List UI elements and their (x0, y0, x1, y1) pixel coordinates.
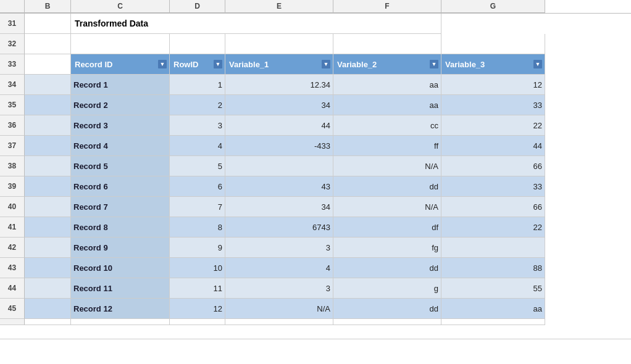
cell-45-var1: N/A (225, 299, 333, 319)
cell-39-var3: 33 (441, 176, 545, 197)
cell-43-var2: dd (333, 258, 441, 278)
cell-39-rowid: 6 (170, 176, 225, 197)
cell-41-var3: 22 (441, 217, 545, 238)
cell-43-record-id: Record 10 (71, 258, 170, 278)
row-num-40: 40 (0, 197, 25, 217)
cell-37-rowid: 4 (170, 136, 225, 156)
cell-32-g (441, 34, 545, 54)
row-38: 38 Record 5 5 N/A 66 (0, 156, 631, 176)
cell-36-var1: 44 (225, 115, 333, 136)
column-header-row: B C D E F G (0, 0, 631, 14)
cell-37-var3: 44 (441, 136, 545, 156)
row-num-31: 31 (0, 14, 25, 34)
cell-36-record-id: Record 3 (71, 115, 170, 136)
cell-35-var1: 34 (225, 95, 333, 115)
cell-37-record-id: Record 4 (71, 136, 170, 156)
cell-32-c (71, 34, 170, 54)
cell-38-record-id: Record 5 (71, 156, 170, 176)
header-var1[interactable]: Variable_1 ▼ (225, 54, 333, 75)
cell-44-record-id: Record 11 (71, 278, 170, 299)
cell-42-rowid: 9 (170, 238, 225, 258)
col-header-c: C (71, 0, 170, 13)
col-header-f: F (333, 0, 441, 13)
cell-37-var2: ff (333, 136, 441, 156)
var1-dropdown-icon[interactable]: ▼ (322, 60, 330, 68)
row-num-34: 34 (0, 75, 25, 95)
cell-40-rowid: 7 (170, 197, 225, 217)
cell-45-var3: aa (441, 299, 545, 319)
cell-43-rowid: 10 (170, 258, 225, 278)
cell-35-b (25, 95, 71, 115)
cell-33-b (25, 54, 71, 75)
col-header-b: B (25, 0, 71, 13)
row-33-header: 33 Record ID ▼ RowID ▼ Variable_1 ▼ Vari… (0, 54, 631, 75)
row-num-44: 44 (0, 278, 25, 299)
row-43: 43 Record 10 10 4 dd 88 (0, 258, 631, 278)
corner-cell (0, 0, 25, 13)
cell-39-var1: 43 (225, 176, 333, 197)
cell-40-record-id: Record 7 (71, 197, 170, 217)
cell-35-var2: aa (333, 95, 441, 115)
row-35: 35 Record 2 2 34 aa 33 (0, 95, 631, 115)
row-num-33: 33 (0, 54, 25, 75)
cell-38-var2: N/A (333, 156, 441, 176)
header-row-id-label: RowID (173, 60, 214, 69)
col-header-d: D (170, 0, 225, 13)
cell-37-var1: -433 (225, 136, 333, 156)
spreadsheet: B C D E F G 31 Transformed Data 32 33 Re… (0, 0, 631, 364)
cell-38-rowid: 5 (170, 156, 225, 176)
header-var3-label: Variable_3 (445, 60, 533, 69)
row-num-32: 32 (0, 34, 25, 54)
header-var2[interactable]: Variable_2 ▼ (333, 54, 441, 75)
cell-46-c (71, 319, 170, 325)
cell-38-var1 (225, 156, 333, 176)
cell-34-var2: aa (333, 75, 441, 95)
row-num-39: 39 (0, 176, 25, 197)
cell-31-b (25, 14, 71, 34)
row-num-41: 41 (0, 217, 25, 238)
cell-34-rowid: 1 (170, 75, 225, 95)
cell-32-e (225, 34, 333, 54)
row-num-45: 45 (0, 299, 25, 319)
cell-45-record-id: Record 12 (71, 299, 170, 319)
cell-46-g (441, 319, 545, 325)
cell-41-rowid: 8 (170, 217, 225, 238)
row-34: 34 Record 1 1 12.34 aa 12 (0, 75, 631, 95)
row-num-43: 43 (0, 258, 25, 278)
cell-39-var2: dd (333, 176, 441, 197)
header-var2-label: Variable_2 (337, 60, 430, 69)
row-41: 41 Record 8 8 6743 df 22 (0, 217, 631, 238)
cell-34-var3: 12 (441, 75, 545, 95)
row-num-42: 42 (0, 238, 25, 258)
row-32: 32 (0, 34, 631, 54)
cell-34-record-id: Record 1 (71, 75, 170, 95)
row-44: 44 Record 11 11 3 g 55 (0, 278, 631, 299)
header-row-id[interactable]: RowID ▼ (170, 54, 225, 75)
cell-42-record-id: Record 9 (71, 238, 170, 258)
cell-41-record-id: Record 8 (71, 217, 170, 238)
cell-32-f (333, 34, 441, 54)
row-45: 45 Record 12 12 N/A dd aa (0, 299, 631, 319)
cell-44-rowid: 11 (170, 278, 225, 299)
record-id-dropdown-icon[interactable]: ▼ (158, 60, 167, 68)
row-31: 31 Transformed Data (0, 14, 631, 34)
cell-35-rowid: 2 (170, 95, 225, 115)
cell-36-var2: cc (333, 115, 441, 136)
var2-dropdown-icon[interactable]: ▼ (430, 60, 438, 68)
cell-43-var3: 88 (441, 258, 545, 278)
cell-46-e (225, 319, 333, 325)
header-var3[interactable]: Variable_3 ▼ (441, 54, 545, 75)
cell-34-b (25, 75, 71, 95)
header-var1-label: Variable_1 (229, 60, 322, 69)
cell-35-record-id: Record 2 (71, 95, 170, 115)
cell-38-var3: 66 (441, 156, 545, 176)
header-record-id[interactable]: Record ID ▼ (71, 54, 170, 75)
cell-32-b (25, 34, 71, 54)
row-46-partial (0, 319, 631, 339)
cell-42-var1: 3 (225, 238, 333, 258)
var3-dropdown-icon[interactable]: ▼ (533, 60, 542, 68)
row-id-dropdown-icon[interactable]: ▼ (214, 60, 222, 68)
cell-44-var3: 55 (441, 278, 545, 299)
row-num-35: 35 (0, 95, 25, 115)
cell-32-d (170, 34, 225, 54)
